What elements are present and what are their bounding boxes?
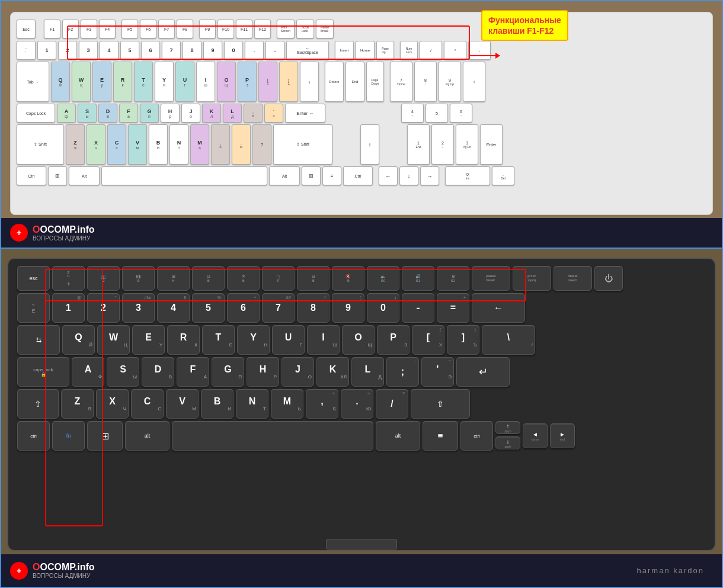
key-alt-right[interactable]: Alt <box>269 166 300 185</box>
laptop-key-g[interactable]: GП <box>212 357 244 387</box>
laptop-key-u[interactable]: UГ <box>272 325 305 355</box>
key-f4[interactable]: F4 <box>99 20 116 38</box>
laptop-key-y[interactable]: YН <box>237 325 270 355</box>
key-enter[interactable]: Enter ← <box>285 104 325 123</box>
key-f6[interactable]: F6 <box>140 20 156 38</box>
laptop-key-b[interactable]: BИ <box>201 389 233 419</box>
key-f12[interactable]: F12 <box>254 20 271 38</box>
laptop-key-bracket-r[interactable]: }]Ъ <box>447 325 479 355</box>
key-y[interactable]: Yн <box>155 62 174 102</box>
laptop-key-0[interactable]: )0 <box>367 293 399 323</box>
key-caps-lock[interactable]: Caps Lock <box>17 104 55 123</box>
key-s[interactable]: Sы <box>78 104 97 123</box>
key-4[interactable]: 4 <box>100 41 119 60</box>
laptop-key-w[interactable]: WЦ <box>97 325 130 355</box>
laptop-key-tab[interactable]: ⇆ <box>17 325 60 355</box>
laptop-key-fn[interactable]: fn <box>52 421 85 451</box>
key-u[interactable]: Uг <box>175 62 194 102</box>
key-menu[interactable]: ≡ <box>322 166 341 185</box>
laptop-key-enter[interactable]: ↵ <box>456 357 510 387</box>
key-f11[interactable]: F11 <box>236 20 252 38</box>
key-semicolon[interactable]: ;ж <box>244 104 263 123</box>
laptop-key-v[interactable]: VМ <box>166 389 199 419</box>
laptop-key-l[interactable]: LД <box>351 357 384 387</box>
key-num-4[interactable]: 4← <box>401 104 424 123</box>
laptop-key-f3[interactable]: 🎞f3 <box>122 266 155 291</box>
key-win[interactable]: ⊞ <box>48 166 67 185</box>
laptop-key-t[interactable]: TЕ <box>202 325 235 355</box>
laptop-key-e[interactable]: EУ <box>132 325 165 355</box>
key-num-plus[interactable]: + <box>463 62 485 102</box>
laptop-key-menu[interactable]: ≣ <box>423 421 458 451</box>
laptop-key-f[interactable]: FА <box>177 357 209 387</box>
laptop-key-9[interactable]: (9 <box>332 293 364 323</box>
laptop-key-backspace[interactable]: ← <box>472 293 525 323</box>
laptop-key-shift-right[interactable]: ⇧ <box>411 389 470 419</box>
key-space[interactable] <box>101 166 267 185</box>
key-arrow-up[interactable]: ↑ <box>360 124 379 165</box>
key-j[interactable]: Jо <box>181 104 200 123</box>
laptop-key-1[interactable]: @1 <box>52 293 85 323</box>
laptop-key-caps[interactable]: caps lock🔒 <box>17 357 69 387</box>
laptop-key-q[interactable]: QЙ <box>62 325 95 355</box>
laptop-key-slash[interactable]: ?/ <box>376 389 408 419</box>
laptop-key-f4[interactable]: ⊞f4 <box>157 266 190 291</box>
key-a[interactable]: Aф <box>57 104 76 123</box>
key-win-right[interactable]: ⊞ <box>302 166 321 185</box>
laptop-key-h[interactable]: HР <box>247 357 279 387</box>
laptop-key-s[interactable]: SЫ <box>107 357 139 387</box>
key-b[interactable]: Bи <box>149 124 168 165</box>
key-v[interactable]: Vм <box>128 124 147 165</box>
key-x[interactable]: Xч <box>87 124 105 165</box>
key-z[interactable]: Zя <box>66 124 85 165</box>
key-ctrl-left[interactable]: Ctrl <box>17 166 46 185</box>
key-p[interactable]: Pз <box>238 62 257 102</box>
laptop-key-8[interactable]: *8 <box>297 293 329 323</box>
key-equals[interactable]: = <box>265 41 284 60</box>
key-f8[interactable]: F8 <box>177 20 193 38</box>
laptop-key-arrow-left[interactable]: ◄home <box>523 423 548 448</box>
key-f1[interactable]: F1 <box>44 20 60 38</box>
key-2[interactable]: 2 <box>58 41 77 60</box>
key-print-screen[interactable]: PrintScreen <box>277 20 295 38</box>
key-arrow-left[interactable]: ← <box>379 166 398 185</box>
laptop-key-bracket-l[interactable]: {[Х <box>412 325 444 355</box>
key-h[interactable]: Hр <box>161 104 180 123</box>
laptop-key-f10[interactable]: 🔈f10 <box>367 266 399 291</box>
key-end[interactable]: End <box>345 62 364 102</box>
key-num-2[interactable]: 2↓ <box>431 124 454 165</box>
laptop-key-arrow-down[interactable]: ↓pgdn <box>495 436 520 449</box>
key-t[interactable]: Tе <box>134 62 153 102</box>
laptop-key-z[interactable]: ZЯ <box>61 389 94 419</box>
laptop-key-r[interactable]: RК <box>167 325 200 355</box>
key-ctrl-right[interactable]: Ctrl <box>343 166 373 185</box>
laptop-key-7[interactable]: &?7 <box>262 293 295 323</box>
key-num-0[interactable]: 0Ins <box>445 166 490 185</box>
key-comma[interactable]: ,б <box>211 124 230 165</box>
laptop-key-backtick[interactable]: ~Ё <box>17 293 50 323</box>
key-o[interactable]: Oщ <box>217 62 236 102</box>
key-num-5[interactable]: 5 <box>426 104 448 123</box>
laptop-key-alt-left[interactable]: alt <box>125 421 169 451</box>
key-i[interactable]: Iш <box>196 62 215 102</box>
key-tab[interactable]: Tab → <box>17 62 49 102</box>
laptop-key-arrow-right[interactable]: ►end <box>550 423 575 448</box>
laptop-key-n[interactable]: NТ <box>236 389 268 419</box>
key-arrow-right[interactable]: → <box>420 166 439 185</box>
key-9[interactable]: 9 <box>203 41 222 60</box>
laptop-key-m[interactable]: MЬ <box>271 389 303 419</box>
key-num-3[interactable]: 3Pg Dn <box>456 124 478 165</box>
key-period[interactable]: .ю <box>232 124 251 165</box>
key-page-up[interactable]: PageUp <box>376 41 394 60</box>
key-g[interactable]: Gп <box>140 104 159 123</box>
laptop-key-f8[interactable]: ⊟f8 <box>297 266 329 291</box>
laptop-key-f11[interactable]: 🔊f11 <box>402 266 434 291</box>
key-bracket-l[interactable]: [х <box>258 62 277 102</box>
laptop-key-f12[interactable]: ⊕f12 <box>437 266 469 291</box>
laptop-key-j[interactable]: JО <box>281 357 314 387</box>
key-esc[interactable]: Esc <box>17 20 36 38</box>
laptop-key-d[interactable]: DВ <box>142 357 174 387</box>
laptop-key-esc[interactable]: esc <box>17 266 50 291</box>
key-arrow-down[interactable]: ↓ <box>399 166 418 185</box>
key-f7[interactable]: F7 <box>158 20 175 38</box>
